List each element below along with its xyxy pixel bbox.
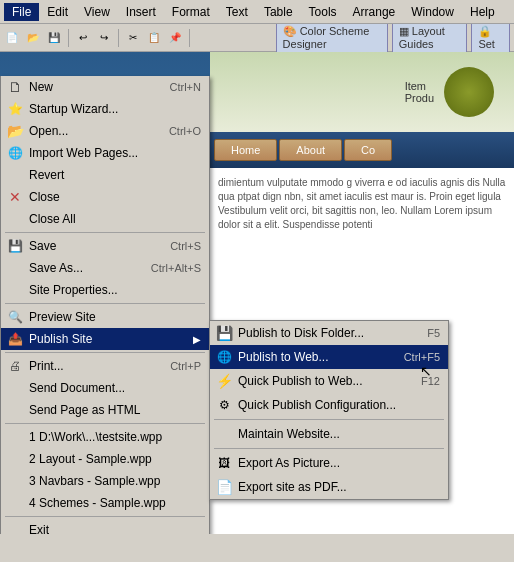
toolbar2-layout-guides[interactable]: ▦ Layout Guides [392,22,468,53]
toolbar2-set[interactable]: 🔒 Set [471,22,510,53]
menu-view[interactable]: View [76,3,118,21]
submenu-arrow: ▶ [193,334,201,345]
nav-co[interactable]: Co [344,139,392,161]
menu-item-close[interactable]: ✕ Close [1,186,209,208]
menu-insert[interactable]: Insert [118,3,164,21]
tb-save[interactable]: 💾 [45,27,62,49]
submenu-item-maintain[interactable]: Maintain Website... [210,422,448,446]
tb-paste[interactable]: 📌 [166,27,183,49]
sep2 [5,303,205,304]
main-content: Item Produ Home About Co dimientum vulpu… [0,52,514,534]
menu-item-recent3[interactable]: 3 Navbars - Sample.wpp [1,470,209,492]
file-dropdown-menu: 🗋 New Ctrl+N ⭐ Startup Wizard... 📂 Open.… [0,76,210,534]
tb-sep1 [68,29,69,47]
sep1 [5,232,205,233]
menu-format[interactable]: Format [164,3,218,21]
menu-window[interactable]: Window [403,3,462,21]
publish-icon: 📤 [5,329,25,349]
submenu-item-quick-publish[interactable]: ⚡ Quick Publish to Web... F12 [210,369,448,393]
submenu-item-publish-disk[interactable]: 💾 Publish to Disk Folder... F5 [210,321,448,345]
menu-item-new[interactable]: 🗋 New Ctrl+N [1,76,209,98]
menu-item-close-all[interactable]: Close All [1,208,209,230]
menu-file[interactable]: File [4,3,39,21]
menu-edit[interactable]: Edit [39,3,76,21]
toolbar2-color-scheme[interactable]: 🎨 Color Scheme Designer [276,22,388,53]
menu-item-recent4[interactable]: 4 Schemes - Sample.wpp [1,492,209,514]
menu-item-startup[interactable]: ⭐ Startup Wizard... [1,98,209,120]
open-icon: 📂 [5,121,25,141]
tb-new[interactable]: 📄 [4,27,21,49]
new-icon: 🗋 [5,77,25,97]
nav-about[interactable]: About [279,139,342,161]
sep3 [5,352,205,353]
menu-item-exit[interactable]: Exit [1,519,209,534]
tb-open[interactable]: 📂 [25,27,42,49]
submenu-item-publish-web[interactable]: 🌐 Publish to Web... Ctrl+F5 [210,345,448,369]
menu-item-send-doc[interactable]: Send Document... [1,377,209,399]
site-header: Item Produ [210,52,514,132]
submenu-item-quick-config[interactable]: ⚙ Quick Publish Configuration... [210,393,448,417]
tb-sep2 [118,29,119,47]
import-icon: 🌐 [5,143,25,163]
sub-sep2 [214,448,444,449]
menu-help[interactable]: Help [462,3,503,21]
menu-item-open[interactable]: 📂 Open... Ctrl+O [1,120,209,142]
nav-home[interactable]: Home [214,139,277,161]
publish-submenu: 💾 Publish to Disk Folder... F5 🌐 Publish… [209,320,449,500]
menu-item-send-page[interactable]: Send Page as HTML [1,399,209,421]
menu-arrange[interactable]: Arrange [345,3,404,21]
menubar: File Edit View Insert Format Text Table … [0,0,514,24]
menu-tools[interactable]: Tools [301,3,345,21]
quick-icon: ⚡ [214,371,234,391]
flower-decoration [444,67,494,117]
menu-item-preview[interactable]: 🔍 Preview Site [1,306,209,328]
menu-item-print[interactable]: 🖨 Print... Ctrl+P [1,355,209,377]
close-icon: ✕ [5,187,25,207]
menu-item-recent1[interactable]: 1 D:\Work\...\testsite.wpp [1,426,209,448]
tb-redo[interactable]: ↪ [95,27,112,49]
toolbar1: 📄 📂 💾 ↩ ↪ ✂ 📋 📌 🎨 Color Scheme Designer … [0,24,514,52]
config-icon: ⚙ [214,395,234,415]
tb-cut[interactable]: ✂ [125,27,142,49]
tb-sep3 [189,29,190,47]
site-header-text: Item Produ [405,80,434,104]
menu-item-revert[interactable]: Revert [1,164,209,186]
sep5 [5,516,205,517]
sep4 [5,423,205,424]
menu-item-save-as[interactable]: Save As... Ctrl+Alt+S [1,257,209,279]
export-pic-icon: 🖼 [214,453,234,473]
site-body-text: dimientum vulputate mmodo g viverra e od… [218,176,506,232]
menu-text[interactable]: Text [218,3,256,21]
menu-item-import[interactable]: 🌐 Import Web Pages... [1,142,209,164]
menu-item-recent2[interactable]: 2 Layout - Sample.wpp [1,448,209,470]
preview-icon: 🔍 [5,307,25,327]
site-nav: Home About Co [210,132,514,168]
export-pdf-icon: 📄 [214,477,234,497]
web-icon: 🌐 [214,347,234,367]
sub-sep1 [214,419,444,420]
menu-item-save[interactable]: 💾 Save Ctrl+S [1,235,209,257]
menu-item-site-props[interactable]: Site Properties... [1,279,209,301]
startup-icon: ⭐ [5,99,25,119]
submenu-item-export-pdf[interactable]: 📄 Export site as PDF... [210,475,448,499]
save-icon: 💾 [5,236,25,256]
disk-icon: 💾 [214,323,234,343]
menu-item-publish[interactable]: 📤 Publish Site ▶ [1,328,209,350]
print-icon: 🖨 [5,356,25,376]
menu-table[interactable]: Table [256,3,301,21]
submenu-item-export-pic[interactable]: 🖼 Export As Picture... [210,451,448,475]
tb-copy[interactable]: 📋 [146,27,163,49]
tb-undo[interactable]: ↩ [75,27,92,49]
